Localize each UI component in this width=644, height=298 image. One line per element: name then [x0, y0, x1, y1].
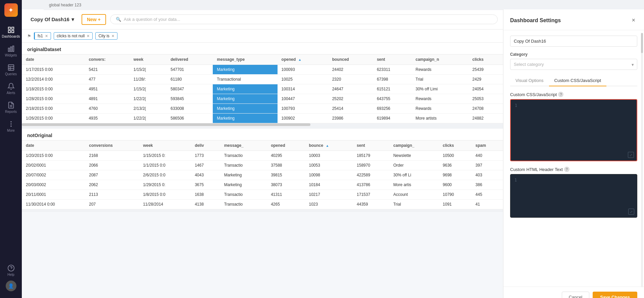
- col-header-spam[interactable]: spam: [472, 140, 503, 151]
- filter-chip-remove-icon[interactable]: ✕: [111, 34, 114, 38]
- dashboard-name-input[interactable]: [510, 36, 637, 47]
- filter-chip-fs1[interactable]: fs1 ✕: [34, 32, 51, 40]
- css-editor-label-text: Custom CSS/JavaScript: [510, 92, 557, 97]
- dashboard-name: Copy Of Dash16: [31, 16, 69, 22]
- table-cell: 10025: [278, 75, 328, 84]
- table-cell: 30% off Limi: [411, 84, 468, 94]
- panel-category-section: Category Select category: [510, 52, 637, 70]
- filter-chip-remove-icon[interactable]: ✕: [87, 34, 90, 38]
- sidebar-item-help[interactable]: Help: [0, 262, 22, 279]
- panel-scrollbar-track: [641, 33, 643, 287]
- html-editor-expand-icon[interactable]: ⤢: [628, 209, 634, 215]
- sidebar-item-label: Alerts: [7, 91, 15, 95]
- col-header-date[interactable]: date: [22, 54, 85, 65]
- table-cell: Trial: [389, 200, 439, 209]
- table-cell: 25053: [468, 94, 503, 104]
- table-cell: Marketing: [213, 84, 277, 94]
- close-button[interactable]: ×: [630, 16, 637, 25]
- css-help-icon[interactable]: ?: [558, 92, 563, 97]
- table-cell: 11/28/:: [130, 75, 167, 84]
- table-cell: Marketing: [213, 65, 277, 75]
- dashboard-selector[interactable]: Copy Of Dash16 ▾: [27, 14, 78, 25]
- col-header-opened[interactable]: opened ▲: [278, 54, 328, 65]
- app-logo[interactable]: ✦: [4, 3, 18, 17]
- sidebar-item-queries[interactable]: Queries: [0, 61, 22, 79]
- filter-chip-city[interactable]: City is ✕: [95, 32, 117, 40]
- svg-rect-0: [8, 27, 10, 29]
- sidebar-item-label: Dashboards: [2, 35, 20, 38]
- html-editor[interactable]: 1 ⤢: [510, 174, 637, 218]
- category-label: Category: [510, 52, 637, 57]
- table-cell: 1023: [305, 200, 353, 209]
- save-button[interactable]: Save Changes: [593, 292, 637, 298]
- sidebar-item-dashboards[interactable]: Dashboards: [0, 24, 22, 41]
- css-editor[interactable]: 1 ⤢: [510, 99, 637, 161]
- table-cell: 24402: [328, 65, 373, 75]
- sidebar-item-more[interactable]: More: [0, 118, 22, 135]
- html-editor-label-text: Custom HTML Header Text: [510, 167, 563, 172]
- panel-footer: Cancel Save Changes: [503, 287, 644, 298]
- table-cell: 586506: [166, 114, 213, 123]
- table1-scrollbar[interactable]: [22, 123, 503, 126]
- search-bar[interactable]: 🔍 Ask a question of your data...: [110, 14, 498, 24]
- table-cell: Transactional: [213, 75, 277, 84]
- svg-rect-1: [11, 27, 13, 29]
- sidebar-item-reports[interactable]: Reports: [0, 99, 22, 116]
- col-header-opened[interactable]: opened: [267, 140, 305, 151]
- category-select[interactable]: Select category: [510, 59, 637, 70]
- table-row: 12/2/2014 0:0047711/28/:61180Transaction…: [22, 75, 503, 84]
- col-header-campaign[interactable]: campaign_: [389, 140, 439, 151]
- new-button[interactable]: New +: [82, 14, 106, 25]
- panel-scrollbar-thumb: [641, 33, 643, 53]
- tab-visual-options[interactable]: Visual Options: [510, 75, 549, 86]
- col-header-message[interactable]: message_: [220, 140, 267, 151]
- table-cell: 10053: [305, 161, 353, 170]
- table-cell: Marketing: [213, 114, 277, 123]
- cancel-button[interactable]: Cancel: [562, 292, 589, 298]
- panel-header: Dashboard Settings ×: [503, 9, 644, 30]
- filter-chip-remove-icon[interactable]: ✕: [45, 34, 48, 38]
- html-help-icon[interactable]: ?: [564, 167, 569, 172]
- sidebar-bottom: Help 👤: [0, 262, 22, 295]
- col-header-date[interactable]: date: [22, 140, 85, 151]
- dropdown-arrow-icon: ▾: [71, 16, 74, 23]
- col-header-conversions[interactable]: conversions: [85, 140, 139, 151]
- col-header-clicks[interactable]: clicks: [468, 54, 503, 65]
- table-cell: 1638: [191, 190, 220, 200]
- col-header-week[interactable]: week: [139, 140, 191, 151]
- filter-chip-clicks[interactable]: clicks is not null ✕: [54, 32, 93, 40]
- table-cell: Transactio: [220, 151, 267, 161]
- col-header-deliv[interactable]: deliv: [191, 140, 220, 151]
- css-editor-expand-icon[interactable]: ⤢: [628, 152, 634, 158]
- col-header-convers[interactable]: convers:: [85, 54, 129, 65]
- table-cell: 11/30/2014 0:00: [22, 200, 85, 209]
- col-header-message-type[interactable]: message_type: [213, 54, 277, 65]
- right-panel: Dashboard Settings × Category Select cat…: [503, 9, 644, 298]
- table-cell: 1091: [439, 200, 472, 209]
- filter-chip-label: City is: [98, 34, 109, 38]
- tab-custom-css[interactable]: Custom CSS/JavaScript: [549, 75, 606, 86]
- sidebar-item-widgets[interactable]: Widgets: [0, 42, 22, 60]
- col-header-campaign[interactable]: campaign_n: [411, 54, 468, 65]
- table-cell: 1/15/2(: [130, 84, 167, 94]
- category-select-wrapper: Select category: [510, 59, 637, 70]
- table-cell: 4138: [191, 200, 220, 209]
- col-header-delivered[interactable]: delivered: [166, 54, 213, 65]
- table-cell: 403: [472, 170, 503, 180]
- col-header-clicks[interactable]: clicks: [439, 140, 472, 151]
- table-cell: 593845: [166, 94, 213, 104]
- main-area: Copy Of Dash16 ▾ New + 🔍 Ask a question …: [22, 9, 503, 298]
- sidebar-item-alerts[interactable]: Alerts: [0, 80, 22, 97]
- table1-section: originalDataset date convers: week deliv…: [22, 43, 503, 129]
- col-header-sent[interactable]: sent: [353, 140, 389, 151]
- col-header-bounced[interactable]: bounced: [328, 54, 373, 65]
- filter-icon: ⚑: [27, 34, 31, 39]
- table-cell: Transactio: [220, 200, 267, 209]
- user-avatar[interactable]: 👤: [6, 281, 16, 291]
- table-cell: 9600: [439, 180, 472, 190]
- table-cell: 397: [472, 161, 503, 170]
- col-header-bounce[interactable]: bounce ▲: [305, 140, 353, 151]
- col-header-week[interactable]: week: [130, 54, 167, 65]
- col-header-sent[interactable]: sent: [373, 54, 411, 65]
- help-icon: [7, 264, 15, 272]
